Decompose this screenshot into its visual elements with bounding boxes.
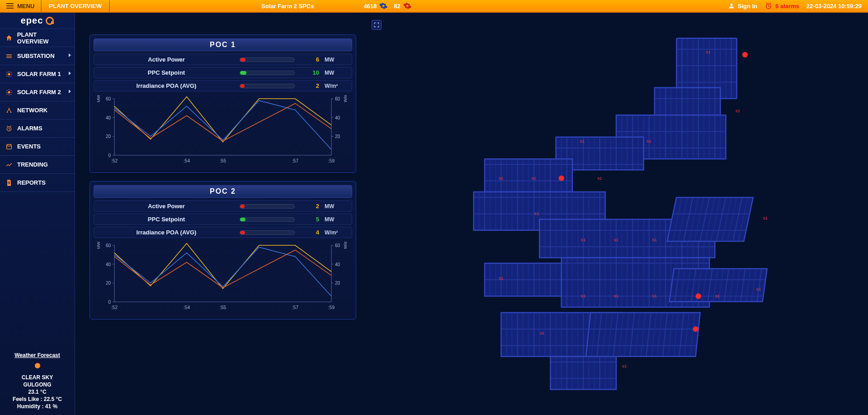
poc1-chart[interactable]: 0204060204060MWW/m²:52:54:55:57:59 xyxy=(96,95,349,165)
sidebar-item-solar-farm-2[interactable]: SOLAR FARM 2 xyxy=(0,83,75,101)
svg-text:s1: s1 xyxy=(534,211,539,216)
svg-text:s1: s1 xyxy=(532,176,536,181)
chevron-right-icon xyxy=(69,90,71,93)
site-map-svg: s1 s1 s1 s1 s1 s1 s1 s1 s1 s1 s1 s1 s1 s… xyxy=(369,16,863,411)
svg-rect-90 xyxy=(667,197,753,241)
svg-point-24 xyxy=(10,111,12,113)
row-bar xyxy=(240,217,295,222)
menu-label: MENU xyxy=(17,3,34,10)
svg-line-12 xyxy=(7,76,7,76)
sidebar-item-trending[interactable]: TRENDING xyxy=(0,156,75,174)
hamburger-icon xyxy=(6,3,14,9)
sidebar-item-label: TRENDING xyxy=(17,161,48,168)
svg-text:s1: s1 xyxy=(499,276,503,281)
breadcrumb[interactable]: PLANT OVERVIEW xyxy=(42,0,110,12)
sun-icon xyxy=(35,363,40,368)
poc1-row-1: PPC Setpoint10MW xyxy=(94,67,352,78)
alarms-label: 6 alarms xyxy=(775,3,799,10)
signin-button[interactable]: Sign In xyxy=(728,2,757,10)
doc-icon xyxy=(5,179,13,186)
sidebar-item-label: SOLAR FARM 1 xyxy=(17,71,61,77)
row-label: Active Power xyxy=(99,203,234,210)
metric-1[interactable]: 4618 xyxy=(363,2,387,10)
svg-text:s1: s1 xyxy=(580,138,585,143)
sidebar-item-label: SOLAR FARM 2 xyxy=(17,89,61,95)
sidebar-item-plant-overview[interactable]: PLANT OVERVIEW xyxy=(0,29,75,47)
user-icon xyxy=(728,2,735,10)
svg-rect-3 xyxy=(6,56,12,56)
svg-point-5 xyxy=(8,73,10,75)
sidebar-item-label: PLANT OVERVIEW xyxy=(17,31,69,45)
top-metrics: 4618 82 xyxy=(363,2,411,10)
site-map[interactable]: s1 s1 s1 s1 s1 s1 s1 s1 s1 s1 s1 s1 s1 s… xyxy=(369,16,863,411)
svg-text:0: 0 xyxy=(108,300,111,305)
svg-line-10 xyxy=(7,72,7,72)
svg-text:s1: s1 xyxy=(499,176,503,181)
poc2-chart[interactable]: 0204060204060MWW/m²:52:54:55:57:59 xyxy=(96,242,349,312)
svg-rect-95 xyxy=(551,357,617,390)
svg-text:60: 60 xyxy=(335,96,340,101)
row-value: 10 xyxy=(300,69,319,76)
svg-text:W/m²: W/m² xyxy=(343,95,348,102)
sidebar-item-events[interactable]: EVENTS xyxy=(0,138,75,156)
row-value: 2 xyxy=(300,82,319,89)
svg-point-97 xyxy=(742,52,748,57)
svg-text:s1: s1 xyxy=(614,293,618,298)
svg-text:40: 40 xyxy=(335,262,340,267)
sidebar-item-solar-farm-1[interactable]: SOLAR FARM 1 xyxy=(0,65,75,83)
poc1-row-0: Active Power6MW xyxy=(94,54,352,65)
poc1-card: POC 1 Active Power6MWPPC Setpoint10MWIrr… xyxy=(90,34,356,173)
brand-logo: epec xyxy=(21,15,54,26)
svg-text::54: :54 xyxy=(184,158,190,163)
svg-text:20: 20 xyxy=(335,134,340,139)
sidebar-item-label: SUBSTATION xyxy=(17,52,55,59)
poc2-title: POC 2 xyxy=(94,185,352,198)
svg-text::59: :59 xyxy=(328,305,335,310)
signin-label: Sign In xyxy=(738,3,757,10)
datetime: 22-03-2024 10:59:29 xyxy=(807,3,862,10)
fullscreen-button[interactable] xyxy=(372,20,382,30)
svg-text:0: 0 xyxy=(108,153,111,158)
svg-text:20: 20 xyxy=(106,281,111,286)
sidebar: epec PLANT OVERVIEWSUBSTATIONSOLAR FARM … xyxy=(0,13,75,415)
svg-text:40: 40 xyxy=(106,262,111,267)
poc2-row-2: Irradiance POA (AVG)4W/m² xyxy=(94,227,352,238)
svg-text::55: :55 xyxy=(220,305,226,310)
alarms-indicator[interactable]: 6 alarms xyxy=(764,2,799,10)
svg-point-0 xyxy=(730,4,732,6)
svg-point-98 xyxy=(559,176,564,181)
brand[interactable]: epec xyxy=(0,13,75,29)
svg-rect-27 xyxy=(7,144,12,149)
row-label: Active Power xyxy=(99,56,234,63)
svg-point-25 xyxy=(9,108,10,109)
sidebar-item-network[interactable]: NETWORK xyxy=(0,101,75,119)
svg-text:s1: s1 xyxy=(598,176,602,181)
gear-icon-red xyxy=(403,2,411,10)
net-icon xyxy=(5,107,13,114)
chevron-right-icon xyxy=(69,53,71,57)
sidebar-item-reports[interactable]: REPORTS xyxy=(0,174,75,192)
menu-button[interactable]: MENU xyxy=(0,0,42,12)
row-label: Irradiance POA (AVG) xyxy=(99,229,234,236)
svg-text:s1: s1 xyxy=(715,293,720,298)
weather-card: Weather Forecast CLEAR SKY GULGONG 23.1 … xyxy=(0,348,75,415)
sidebar-item-alarms[interactable]: ALARMS xyxy=(0,119,75,138)
weather-temp: 23.1 °C xyxy=(4,389,71,395)
row-label: PPC Setpoint xyxy=(99,216,234,223)
sidebar-item-substation[interactable]: SUBSTATION xyxy=(0,47,75,65)
metric-2[interactable]: 82 xyxy=(394,2,411,10)
poc2-row-0: Active Power2MW xyxy=(94,200,352,212)
svg-text::57: :57 xyxy=(292,158,298,163)
row-unit: MW xyxy=(325,57,347,63)
svg-text:s1: s1 xyxy=(736,108,740,113)
svg-text:s1: s1 xyxy=(706,49,711,54)
sidebar-nav: PLANT OVERVIEWSUBSTATIONSOLAR FARM 1SOLA… xyxy=(0,29,75,192)
svg-text:s1: s1 xyxy=(647,138,651,143)
sidebar-item-label: EVENTS xyxy=(17,143,41,150)
poc2-row-1: PPC Setpoint5MW xyxy=(94,214,352,225)
row-bar xyxy=(240,204,295,209)
svg-text:60: 60 xyxy=(106,243,111,248)
svg-text:20: 20 xyxy=(335,281,340,286)
svg-point-23 xyxy=(7,111,8,113)
row-unit: MW xyxy=(325,203,347,210)
